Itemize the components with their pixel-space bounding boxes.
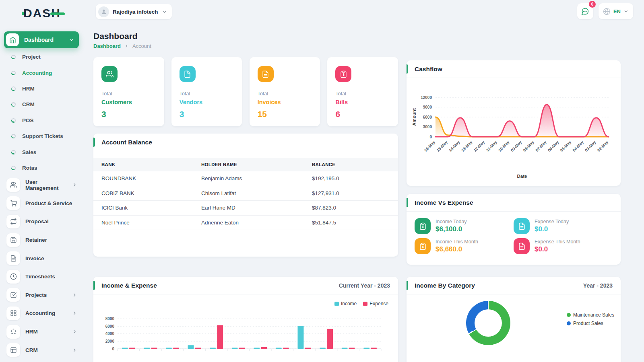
chevron-down-icon	[162, 9, 167, 14]
stat-value: 3	[180, 109, 234, 119]
donut-chart-area: Maintenance SalesProduct Sales	[407, 294, 621, 362]
chevron-down-icon	[69, 37, 74, 43]
sidebar-item-projects[interactable]: Projects	[0, 286, 89, 304]
breadcrumb: Dashboard Account	[93, 43, 151, 49]
svg-text:09-May: 09-May	[510, 140, 523, 152]
sidebar-item-invoice[interactable]: Invoice	[0, 249, 89, 267]
bullet-icon	[11, 118, 16, 123]
stat-prefix: Total	[258, 91, 312, 97]
sidebar-item-label: Proposal	[25, 218, 77, 224]
sidebar-item-proposal[interactable]: Proposal	[0, 212, 89, 231]
sidebar-subitem-sales[interactable]: Sales	[0, 144, 89, 160]
sidebar-subitem-label: Sales	[22, 149, 36, 155]
app-logo[interactable]: DASH	[22, 6, 65, 20]
svg-text:12-May: 12-May	[473, 140, 486, 152]
legend-item-expense[interactable]: Expense	[363, 301, 388, 306]
table-row: Noel PrinceAdrienne Eaton$51,847.5	[93, 216, 398, 230]
clock-icon	[6, 270, 20, 284]
svg-text:15-May: 15-May	[436, 140, 448, 152]
chevron-right-icon	[72, 311, 77, 316]
sidebar-item-user-management[interactable]: User Management	[0, 176, 89, 194]
column-header: BALANCE	[304, 162, 398, 167]
sidebar-subitem-rotas[interactable]: Rotas	[0, 160, 89, 176]
sidebar-subitem-pos[interactable]: POS	[0, 113, 89, 128]
sidebar-item-hrm[interactable]: HRM	[0, 323, 89, 341]
table-cell: ICICI Bank	[93, 205, 193, 211]
chat-icon	[581, 7, 589, 16]
language-selector[interactable]: EN	[599, 3, 633, 19]
sidebar-item-accounting[interactable]: Accounting	[0, 304, 89, 323]
svg-text:05-May: 05-May	[559, 140, 572, 152]
legend-marker	[363, 302, 367, 306]
clipboard-dollar-icon	[415, 238, 431, 254]
legend-item-product-sales[interactable]: Product Sales	[567, 321, 614, 326]
projects-icon	[6, 288, 20, 302]
table-cell: Earl Hane MD	[193, 205, 304, 211]
legend-item-maintenance-sales[interactable]: Maintenance Sales	[567, 312, 614, 318]
svg-text:6000: 6000	[105, 324, 115, 329]
legend-label: Maintenance Sales	[573, 312, 614, 318]
stat-value: 6	[335, 109, 390, 119]
svg-text:08-May: 08-May	[522, 140, 535, 152]
sidebar-subitem-crm[interactable]: CRM	[0, 97, 89, 112]
svg-text:02-May: 02-May	[597, 140, 609, 152]
svg-text:0: 0	[429, 135, 432, 139]
sidebar-item-crm[interactable]: CRM	[0, 341, 89, 359]
svg-text:14-May: 14-May	[448, 140, 461, 152]
cashflow-chart[interactable]: 03000600090001200016-May15-May14-May13-M…	[407, 78, 621, 183]
stat-label: Vendors	[180, 99, 234, 105]
svg-text:13-May: 13-May	[460, 140, 473, 152]
stat-card-vendors[interactable]: TotalVendors3	[171, 57, 242, 126]
table-cell: Noel Prince	[93, 220, 193, 226]
income-expense-chart[interactable]: 02000400060008000	[93, 307, 398, 360]
sidebar-subitem-support-tickets[interactable]: Support Tickets	[0, 128, 89, 144]
stat-label: Invoices	[258, 99, 312, 105]
crm-icon	[6, 343, 20, 357]
svg-text:07-May: 07-May	[535, 140, 547, 152]
column-header: BANK	[93, 162, 193, 167]
income-by-category-donut[interactable]	[466, 301, 510, 345]
sidebar-subitem-label: CRM	[22, 101, 35, 107]
notification-badge: 0	[589, 1, 596, 8]
sidebar-menu: User ManagementProduct & ServiceProposal…	[0, 176, 89, 359]
sidebar-subitem-accounting[interactable]: Accounting	[0, 65, 89, 80]
sidebar-subitem-project[interactable]: Project	[0, 49, 89, 65]
legend-label: Product Sales	[573, 321, 603, 326]
stat-card-invoices[interactable]: TotalInvoices15	[250, 57, 320, 126]
breadcrumb-dashboard-link[interactable]: Dashboard	[93, 43, 121, 49]
messages-button[interactable]: 0	[577, 3, 593, 19]
hrm-icon	[6, 325, 20, 339]
income-vs-expense-tiles: Income Today$6,100.0Expense Today$0.0Inc…	[407, 212, 621, 261]
bullet-icon	[11, 134, 16, 138]
income-expense-card: Income & Expense Current Year - 2023 Inc…	[93, 277, 398, 362]
sidebar-item-dashboard[interactable]: Dashboard	[4, 31, 79, 48]
legend-label: Expense	[369, 301, 388, 306]
svg-text:Amount: Amount	[412, 108, 417, 126]
legend-item-income[interactable]: Income	[334, 301, 357, 306]
svg-text:06-May: 06-May	[547, 140, 560, 152]
sidebar-subitem-label: Accounting	[22, 70, 52, 76]
bullet-icon	[11, 86, 16, 91]
sidebar-item-product-service[interactable]: Product & Service	[0, 194, 89, 213]
svg-text:3000: 3000	[423, 125, 432, 129]
company-selector[interactable]: Rajodiya infotech	[96, 4, 172, 19]
tile-income-today: Income Today$6,100.0	[415, 218, 514, 234]
stat-card-bills[interactable]: TotalBills6	[327, 57, 398, 126]
svg-text:9000: 9000	[423, 105, 432, 109]
stat-value: 3	[101, 109, 156, 119]
sidebar-item-retainer[interactable]: Retainer	[0, 231, 89, 249]
sidebar-item-timesheets[interactable]: Timesheets	[0, 267, 89, 286]
bullet-icon	[11, 150, 16, 154]
stat-card-customers[interactable]: TotalCustomers3	[93, 57, 164, 126]
file-text-icon	[514, 238, 530, 254]
chart-legend: Maintenance SalesProduct Sales	[567, 312, 614, 326]
home-icon	[6, 33, 19, 46]
table-header-row: BANKHOLDER NAMEBALANCE	[93, 158, 398, 171]
income-by-category-card: Income By Category Year - 2023 Maintenan…	[407, 277, 621, 362]
bills-icon	[335, 66, 351, 82]
clipboard-dollar-icon	[415, 218, 431, 234]
legend-label: Income	[341, 301, 357, 306]
table-cell: ROUNDBANK	[93, 175, 193, 181]
vendors-icon	[180, 66, 196, 82]
sidebar-subitem-hrm[interactable]: HRM	[0, 81, 89, 97]
